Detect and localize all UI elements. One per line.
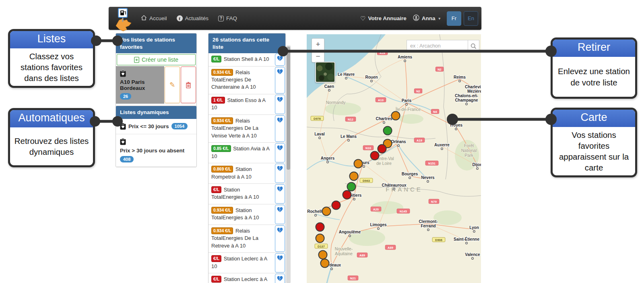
remove-favorite-box[interactable] <box>275 95 285 114</box>
remove-favorite-button[interactable] <box>275 225 285 252</box>
remove-favorite-button[interactable] <box>275 204 285 225</box>
map-station-marker[interactable] <box>332 201 341 210</box>
station-list-item[interactable]: €/L Station Shell à A 10 <box>208 53 285 66</box>
svg-text:N2: N2 <box>438 68 442 71</box>
remove-favorite-box[interactable] <box>275 274 285 283</box>
map-city-dot <box>349 235 351 237</box>
remove-favorite-button[interactable] <box>275 273 285 283</box>
remove-favorite-button[interactable] <box>275 53 285 66</box>
map-station-marker[interactable] <box>316 234 324 243</box>
station-name-cell[interactable]: 0.934 €/L Relais TotalEnergies De Chante… <box>208 67 275 94</box>
faq-icon: ? <box>218 16 224 21</box>
station-list-item[interactable]: €/L Station TotalEnergies à A 10 <box>208 184 285 204</box>
station-list-item[interactable]: 0.85 €/L Station Avia à A 10 <box>208 143 285 163</box>
map-station-marker[interactable] <box>371 152 379 160</box>
dynamic-list-item[interactable]: Prix > 30 jours ou absent408 <box>116 134 196 167</box>
delete-list-button[interactable] <box>181 67 196 103</box>
create-list-button[interactable]: Créer une liste <box>117 54 196 65</box>
nav-faq[interactable]: ? FAQ <box>218 15 237 22</box>
map-station-marker[interactable] <box>384 127 392 135</box>
map-station-marker[interactable] <box>392 112 400 120</box>
station-list-item[interactable]: €/L Station Leclerc à A 10 <box>208 273 285 283</box>
nav-accueil[interactable]: Accueil <box>141 15 167 22</box>
map-city-label: Troyes <box>450 123 463 127</box>
map-station-marker[interactable] <box>316 223 324 231</box>
station-name-cell[interactable]: 0.934 €/L Relais TotalEnergies De La Ret… <box>208 225 275 252</box>
callout-automatiques: Automatiques Retrouvez des listes dynami… <box>8 108 95 167</box>
remove-favorite-button[interactable] <box>275 143 285 163</box>
remove-favorite-box[interactable] <box>275 54 285 65</box>
remove-favorite-box[interactable] <box>275 225 285 252</box>
station-list-item[interactable]: 0.934 €/L Station TotalEnergies à A 10 <box>208 204 285 225</box>
station-name-cell[interactable]: €/L Station Leclerc à A 10 <box>208 253 275 273</box>
map-city-label: Limoges <box>370 223 387 227</box>
station-list-item[interactable]: 0.934 €/L Relais TotalEnergies De Chante… <box>208 67 285 94</box>
map-city-label: Le Havre <box>338 72 355 77</box>
remove-favorite-button[interactable] <box>275 67 285 94</box>
remove-favorite-button[interactable] <box>275 184 285 204</box>
edit-list-button[interactable]: ✎ <box>165 67 180 103</box>
nav-actualites-label: Actualités <box>185 15 209 21</box>
remove-favorite-box[interactable] <box>275 253 285 273</box>
scrollbar-thumb[interactable] <box>287 47 290 170</box>
callout-retirer: Retirer Enlevez une station de votre lis… <box>551 37 637 99</box>
station-name-cell[interactable]: 0.934 €/L Station TotalEnergies à A 10 <box>208 204 275 225</box>
lang-en-button[interactable]: En <box>464 11 478 26</box>
remove-favorite-box[interactable] <box>275 205 285 224</box>
map-station-marker[interactable] <box>343 191 351 199</box>
map-layer-switcher[interactable] <box>315 62 335 83</box>
annuaire-label: Votre Annuaire <box>368 15 406 21</box>
list-count-badge: 26 <box>120 93 131 100</box>
station-list-item[interactable]: €/L Station Leclerc à A 10 <box>208 253 285 273</box>
map-station-marker[interactable] <box>322 207 331 216</box>
station-name-cell[interactable]: €/L Station TotalEnergies à A 10 <box>208 184 275 204</box>
stations-scrollbar[interactable] <box>286 46 291 283</box>
remove-favorite-box[interactable] <box>275 164 285 183</box>
map-search-input[interactable] <box>407 40 468 52</box>
map[interactable]: NormandyÎle-de-FranceCentre-Valde LoireN… <box>307 34 481 283</box>
nav-actualites[interactable]: f Actualités <box>177 15 209 22</box>
remove-favorite-button[interactable] <box>275 253 285 273</box>
svg-text:A89: A89 <box>388 246 393 250</box>
map-station-marker[interactable] <box>350 172 358 181</box>
station-name-cell[interactable]: 1 €/L Station Esso à A 10 <box>208 94 275 114</box>
map-search-button[interactable] <box>468 40 479 52</box>
map-station-marker[interactable] <box>378 145 386 153</box>
station-list-item[interactable]: 0.934 €/L Relais TotalEnergies De La Ven… <box>208 115 285 143</box>
svg-text:A89: A89 <box>359 254 365 257</box>
remove-favorite-box[interactable] <box>275 115 285 142</box>
station-list-item[interactable]: 1 €/L Station Esso à A 10 <box>208 94 285 115</box>
remove-favorite-button[interactable] <box>275 115 285 142</box>
app-logo-icon[interactable] <box>114 8 132 31</box>
dynamic-list-item[interactable]: Prix <= 30 jours1054 <box>116 119 196 134</box>
station-name-cell[interactable]: €/L Station Leclerc à A 10 <box>208 273 275 283</box>
lang-fr-button[interactable]: Fr <box>447 11 461 26</box>
svg-text:D137: D137 <box>318 245 325 248</box>
map-station-marker[interactable] <box>319 251 327 259</box>
nav-votre-annuaire[interactable]: ♡ Votre Annuaire <box>360 15 407 22</box>
station-list-item[interactable]: 0.869 €/L Station Rompetrol à A 10 <box>208 163 285 184</box>
favorite-list-name[interactable]: A10 Paris Bordeaux26 <box>116 66 164 104</box>
station-name-cell[interactable]: 0.85 €/L Station Avia à A 10 <box>208 143 275 163</box>
map-zoom-in-button[interactable]: + <box>312 39 324 50</box>
map-station-marker[interactable] <box>354 160 363 168</box>
trash-icon <box>186 82 191 88</box>
broken-heart-icon <box>277 166 283 171</box>
station-name-cell[interactable]: €/L Station Shell à A 10 <box>208 53 275 66</box>
remove-favorite-button[interactable] <box>275 94 285 114</box>
remove-favorite-box[interactable] <box>275 143 285 162</box>
road-badge: N2 <box>436 67 443 71</box>
price-badge: €/L <box>211 255 221 262</box>
remove-favorite-button[interactable] <box>275 163 285 183</box>
map-station-marker[interactable] <box>321 259 329 268</box>
station-name-cell[interactable]: 0.934 €/L Relais TotalEnergies De La Ven… <box>208 115 275 142</box>
user-menu[interactable]: Anna ▾ <box>413 15 440 22</box>
station-list-item[interactable]: 0.934 €/L Relais TotalEnergies De La Ret… <box>208 225 285 253</box>
remove-favorite-box[interactable] <box>275 184 285 204</box>
station-name-cell[interactable]: 0.869 €/L Station Rompetrol à A 10 <box>208 163 275 183</box>
map-city-label: Reims <box>454 75 466 79</box>
remove-favorite-box[interactable] <box>275 67 285 94</box>
map-city-label: Rochelle <box>307 209 324 214</box>
map-station-marker[interactable] <box>347 183 356 191</box>
map-zoom-out-button[interactable]: − <box>312 50 324 62</box>
